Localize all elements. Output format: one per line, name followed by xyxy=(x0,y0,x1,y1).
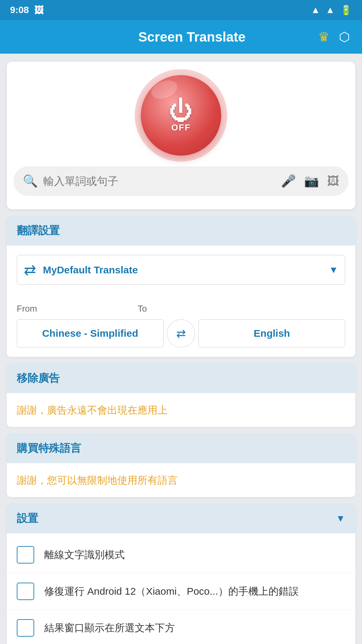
signal-icon: ▲ xyxy=(325,5,335,15)
translation-settings-title: 翻譯設置 xyxy=(17,223,60,238)
status-right: ▲ ▲ 🔋 xyxy=(311,5,352,16)
from-label: From xyxy=(17,304,37,314)
main-content: ⏻ OFF 🔍 🎤 📷 🖼 翻譯設置 ⇄ MyDefault Tran xyxy=(0,54,362,644)
buy-language-section: 購買特殊語言 謝謝，您可以無限制地使用所有語言 xyxy=(7,434,355,497)
power-card: ⏻ OFF 🔍 🎤 📷 🖼 xyxy=(7,62,355,209)
translation-settings-header: 翻譯設置 xyxy=(7,216,355,246)
translation-settings-section: 翻譯設置 ⇄ MyDefault Translate ▼ From To Chi… xyxy=(7,216,355,357)
checkbox-0[interactable] xyxy=(17,546,34,564)
remove-ads-section: 移除廣告 謝謝，廣告永遠不會出現在應用上 xyxy=(7,364,355,427)
checkbox-label-1: 修復運行 Android 12（Xiaomi、Poco...）的手機上的錯誤 xyxy=(44,584,299,598)
shield-icon[interactable]: ⬡ xyxy=(339,30,350,44)
settings-expand-icon: ▼ xyxy=(336,513,345,524)
power-icon: ⏻ xyxy=(169,98,193,122)
checkbox-label-0: 離線文字識別模式 xyxy=(44,548,125,562)
settings-header[interactable]: 設置 ▼ xyxy=(7,504,355,533)
settings-item-2[interactable]: 結果窗口顯示在所選文本下方 xyxy=(7,610,355,644)
buy-language-message: 謝謝，您可以無限制地使用所有語言 xyxy=(7,463,355,497)
search-actions: 🎤 📷 🖼 xyxy=(281,174,339,188)
wifi-icon: ▲ xyxy=(311,5,320,15)
dropdown-left: ⇄ MyDefault Translate xyxy=(24,261,138,278)
dropdown-arrow-icon: ▼ xyxy=(329,265,338,275)
settings-checkbox-list: 離線文字識別模式修復運行 Android 12（Xiaomi、Poco...）的… xyxy=(7,533,355,644)
status-bar: 9:08 🖼 ▲ ▲ 🔋 xyxy=(0,0,362,20)
translation-settings-body: ⇄ MyDefault Translate ▼ xyxy=(7,246,355,294)
checkbox-label-2: 結果窗口顯示在所選文本下方 xyxy=(44,621,175,635)
app-title: Screen Translate xyxy=(66,30,318,45)
translate-engine-dropdown[interactable]: ⇄ MyDefault Translate ▼ xyxy=(17,255,345,285)
lang-buttons: Chinese - Simplified ⇄ English xyxy=(17,319,345,347)
status-left: 9:08 🖼 xyxy=(10,5,44,16)
checkbox-1[interactable] xyxy=(17,583,34,600)
power-off-label: OFF xyxy=(171,122,191,133)
settings-item-0[interactable]: 離線文字識別模式 xyxy=(7,537,355,573)
app-bar: Screen Translate ♛ ⬡ xyxy=(0,20,362,54)
buy-language-title: 購買特殊語言 xyxy=(17,441,81,456)
search-bar: 🔍 🎤 📷 🖼 xyxy=(13,166,349,196)
settings-title: 設置 xyxy=(17,511,38,526)
remove-ads-message: 謝謝，廣告永遠不會出現在應用上 xyxy=(7,393,355,427)
translate-engine-icon: ⇄ xyxy=(24,261,36,278)
battery-icon: 🔋 xyxy=(340,5,352,16)
settings-section: 設置 ▼ 離線文字識別模式修復運行 Android 12（Xiaomi、Poco… xyxy=(7,504,355,644)
ocr-icon[interactable]: 🖼 xyxy=(327,174,339,188)
language-selector: From To Chinese - Simplified ⇄ English xyxy=(7,294,355,357)
mic-icon[interactable]: 🎤 xyxy=(281,174,296,188)
crown-icon[interactable]: ♛ xyxy=(318,30,329,44)
translate-engine-label: MyDefault Translate xyxy=(43,264,138,276)
search-icon: 🔍 xyxy=(23,174,38,188)
settings-item-1[interactable]: 修復運行 Android 12（Xiaomi、Poco...）的手機上的錯誤 xyxy=(7,573,355,610)
app-bar-icons: ♛ ⬡ xyxy=(318,30,350,44)
from-language-button[interactable]: Chinese - Simplified xyxy=(17,319,164,347)
power-button-inner: ⏻ OFF xyxy=(141,75,221,156)
camera-icon[interactable]: 📷 xyxy=(304,174,319,188)
remove-ads-title: 移除廣告 xyxy=(17,371,60,386)
remove-ads-header: 移除廣告 xyxy=(7,364,355,393)
checkbox-2[interactable] xyxy=(17,619,34,637)
to-language-button[interactable]: English xyxy=(198,319,345,347)
swap-language-button[interactable]: ⇄ xyxy=(167,319,195,347)
buy-language-header: 購買特殊語言 xyxy=(7,434,355,463)
power-button[interactable]: ⏻ OFF xyxy=(141,75,221,156)
photo-icon: 🖼 xyxy=(34,5,44,16)
lang-labels: From To xyxy=(17,304,345,314)
status-time: 9:08 xyxy=(10,5,29,15)
to-label: To xyxy=(138,304,147,314)
search-input[interactable] xyxy=(43,175,276,187)
